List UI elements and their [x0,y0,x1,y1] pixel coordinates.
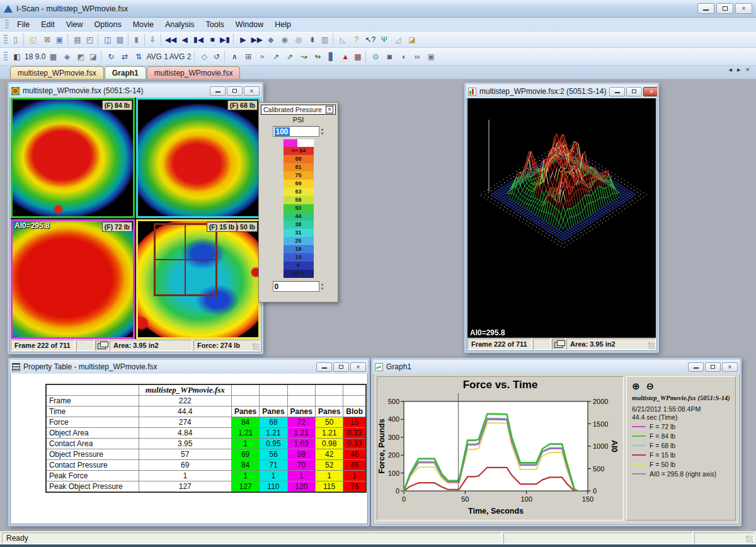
histogram-icon[interactable]: ▋ [324,50,338,63]
menu-item[interactable]: View [60,19,89,30]
movie-export-icon[interactable]: ▦ [352,50,366,63]
camera-3d-icon[interactable]: ⊙ [369,50,382,63]
print-icon[interactable]: ▤ [71,33,84,46]
graph-close-button[interactable]: × [722,362,738,372]
tab-close-icon[interactable]: × [746,66,750,74]
snapshot-tool-icon[interactable]: ▣ [424,50,438,63]
pt-close-button[interactable]: × [350,362,366,372]
video-record-icon[interactable]: ◙ [382,50,396,63]
app-minimize-button[interactable] [697,3,714,14]
ascii-display-icon[interactable]: ⊞ [241,50,255,63]
quadrant-68lb[interactable]: (F) 68 lb [136,98,260,218]
record-icon[interactable]: ◆ [264,33,278,46]
palette-titlebar[interactable]: Calibrated Pressure × [261,105,336,115]
find-frames-icon[interactable]: ◎ [292,33,306,46]
resize-grip[interactable] [746,536,753,543]
swap-axes-icon[interactable]: ⇄ [118,50,132,63]
menu-item[interactable]: File [11,19,35,30]
resize-grip[interactable] [648,342,655,349]
view3d-minimize-button[interactable] [609,87,625,96]
audio-note-icon[interactable]: ◖ [396,50,410,63]
overlap-windows-button[interactable] [95,340,108,351]
tilt-table-icon[interactable]: ◿ [391,33,405,46]
property-table-titlebar[interactable]: Property Table - multistep_WPmovie.fsx × [10,360,368,374]
document-tab[interactable]: Graph1 [105,66,146,79]
tab-prev-icon[interactable]: ◂ [729,66,733,74]
rotation-3d-alt-icon[interactable]: ◪ [88,50,101,63]
graph-restore-button[interactable] [705,362,721,372]
sensor-film-icon[interactable]: ▮ [131,33,145,46]
open-file-icon[interactable]: ◱ [26,33,40,46]
graph-force-time-icon[interactable]: ≈ [255,50,269,63]
palette-close-button[interactable]: × [326,106,333,113]
navigate-icon[interactable]: ◇ [197,50,211,63]
help-icon[interactable]: ? [350,33,364,46]
refresh-icon[interactable]: ↻ [104,50,118,63]
copy-window-icon[interactable]: ▨ [115,33,129,46]
spin-up-icon[interactable]: ▲ [321,127,324,131]
map-window-titlebar[interactable]: multistep_WPmovie.fsx (5051:S-14) × [9,84,261,98]
min-pressure-input[interactable]: 0 [273,281,319,292]
max-pressure-input[interactable]: 100 [273,126,319,137]
average-2-icon[interactable]: AVG 2 [169,50,195,63]
app-close-button[interactable]: × [735,3,752,14]
menu-item[interactable]: Movie [127,19,159,30]
save-icon[interactable]: ▣ [54,33,68,46]
stop-icon[interactable]: ■ [205,33,219,46]
equilibrate-icon[interactable]: ⇩ [147,33,161,46]
graph-pressure-icon[interactable]: ↝ [297,50,311,63]
notebook-icon[interactable]: ▥ [319,33,333,46]
quadrant-50lb[interactable]: (F) 15 lb (F) 50 lb [136,219,260,340]
view3d-restore-button[interactable] [626,87,642,96]
force-display-icon[interactable]: ▲ [338,50,352,63]
contrast-icon[interactable]: ◧ [10,50,24,63]
quadrant-84lb[interactable]: (F) 84 lb [11,98,135,218]
document-tab[interactable]: multistep_WPmovie.fsx [147,66,241,79]
toolbar-grip[interactable] [5,20,9,30]
print-preview-icon[interactable]: ◰ [84,33,98,46]
graph-custom-icon[interactable]: ↬ [311,50,324,63]
average-1-icon[interactable]: AVG 1 [146,50,168,63]
spin-down-icon[interactable]: ▼ [321,287,324,291]
last-frame-icon[interactable]: ▶▮ [219,33,234,46]
graph-area-icon[interactable]: ⇗ [283,50,297,63]
app-titlebar[interactable]: I-Scan - multistep_WPmovie.fsx × [0,0,756,18]
step-back-icon[interactable]: ◀ [178,33,192,46]
rewind-icon[interactable]: ◀◀ [164,33,178,46]
overlap-windows-button[interactable] [552,338,565,350]
roi-rectangle[interactable] [154,223,217,296]
graph-titlebar[interactable]: Graph1 × [373,360,740,374]
link-views-icon[interactable]: ∞ [410,50,424,63]
movie-camera-icon[interactable]: ◉ [278,33,292,46]
pt-restore-button[interactable] [333,362,349,372]
wireless-icon[interactable]: Ψ [377,33,391,46]
center-of-force-icon[interactable]: ◈ [60,50,74,63]
new-file-icon[interactable]: ▯ [10,33,24,46]
menu-item[interactable]: Analysis [159,19,200,30]
scale-values-icon[interactable]: 18 9.0 [24,50,46,63]
view3d-titlebar[interactable]: multistep_WPmovie.fsx:2 (5051:S-14) × [466,84,657,98]
open-shared-icon[interactable]: ◪ [405,33,419,46]
graph-plot[interactable]: 0100200300400500050010001500200005010015… [377,391,619,517]
flip-icon[interactable]: ⇅ [132,50,146,63]
toolbar-grip[interactable] [4,35,8,45]
tab-next-icon[interactable]: ▸ [737,66,741,74]
map-close-button[interactable]: × [244,86,260,96]
spin-up-icon[interactable]: ▲ [321,282,324,286]
graph-minimize-button[interactable] [688,362,704,372]
rotate-back-icon[interactable]: ↺ [211,50,225,63]
quadrant-72lb[interactable]: AI0=295.8 (F) 72 lb [11,219,135,340]
menu-item[interactable]: Tools [200,19,230,30]
app-restore-button[interactable] [716,3,733,14]
map-restore-button[interactable] [227,86,243,96]
copy-icon[interactable]: ◫ [101,33,115,46]
menu-item[interactable]: Window [230,19,269,30]
fast-forward-icon[interactable]: ▶▶ [250,33,264,46]
context-help-icon[interactable]: ↖? [364,33,377,46]
pane-layout-icon[interactable]: ▦ [46,50,60,63]
open-map-icon[interactable]: ⊠ [40,33,54,46]
menu-item[interactable]: Help [269,19,297,30]
zoom-in-icon[interactable]: ⊕ [632,381,640,392]
pt-minimize-button[interactable] [316,362,332,372]
peak-display-icon[interactable]: ∧ [227,50,241,63]
